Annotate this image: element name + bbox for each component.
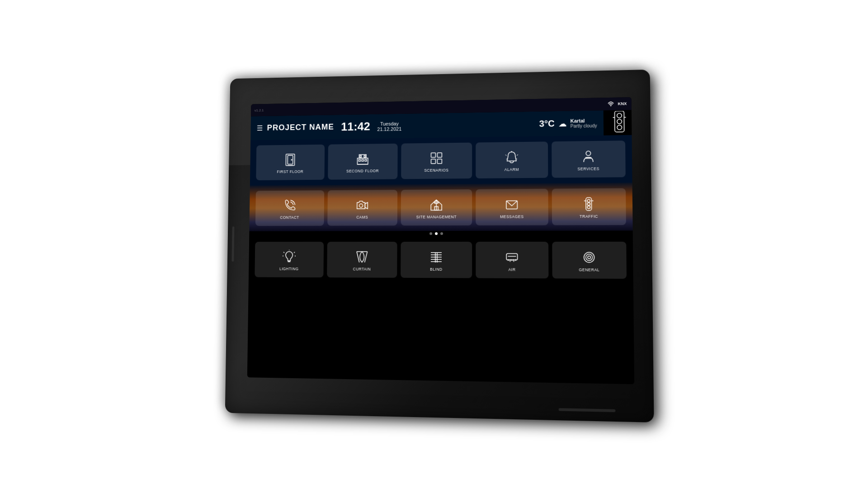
grid-row-3: LIGHTING CURTAIN (249, 236, 633, 285)
svg-point-39 (587, 206, 590, 209)
curtain-icon (355, 250, 369, 264)
tile-general[interactable]: GENERAL (552, 242, 627, 279)
cloud-icon: ☁ (558, 118, 567, 128)
tile-cams[interactable]: CAMS (327, 190, 397, 226)
city-name: Kartal (571, 118, 597, 124)
tile-second-floor[interactable]: SECOND FLOOR (328, 144, 397, 180)
version-label: v1.2.1 (255, 108, 264, 112)
second-floor-label: SECOND FLOOR (346, 169, 379, 173)
svg-line-25 (517, 155, 518, 155)
svg-line-45 (283, 252, 284, 253)
svg-point-28 (586, 151, 590, 155)
general-label: GENERAL (579, 267, 599, 272)
blind-label: BLIND (430, 267, 443, 272)
page-dot-3[interactable] (440, 232, 443, 235)
time-display: 11:42 (341, 120, 370, 134)
svg-rect-21 (431, 159, 435, 164)
bottom-ridge (559, 408, 616, 412)
weather-section: 3°C ☁ Kartal Partly cloudy (539, 118, 597, 129)
svg-point-38 (587, 202, 590, 205)
svg-point-30 (359, 204, 363, 207)
blind-icon (429, 250, 443, 264)
svg-point-67 (586, 254, 593, 260)
camera-icon (355, 198, 369, 212)
curtain-label: CURTAIN (353, 267, 371, 272)
svg-marker-31 (365, 202, 368, 209)
tile-traffic[interactable]: TRAFFIC (552, 188, 626, 225)
svg-point-3 (617, 119, 622, 124)
person-icon (581, 149, 596, 164)
bulb-icon (282, 250, 296, 264)
svg-point-4 (617, 125, 622, 130)
tile-lighting[interactable]: LIGHTING (255, 242, 324, 277)
lighting-label: LIGHTING (279, 267, 299, 271)
tile-scenarios[interactable]: SCENARIOS (401, 143, 472, 179)
knx-label: KNX (618, 101, 627, 106)
tile-blind[interactable]: BLIND (401, 242, 472, 278)
air-icon (505, 250, 519, 264)
left-ridge (231, 226, 234, 262)
svg-rect-16 (365, 160, 367, 161)
project-name: PROJECT NAME (267, 122, 334, 133)
tile-contact[interactable]: CONTACT (255, 190, 324, 226)
svg-point-0 (610, 106, 611, 107)
site-management-label: SITE MANAGEMENT (416, 215, 457, 219)
tile-site-management[interactable]: SITE MANAGEMENT (401, 189, 472, 225)
grid-row-1: FIRST FLOOR SECOND FLOOR (250, 135, 632, 186)
svg-rect-17 (360, 155, 361, 157)
tile-air[interactable]: AIR (476, 242, 548, 278)
svg-line-51 (364, 252, 367, 263)
tile-messages[interactable]: MESSAGES (476, 189, 548, 225)
svg-rect-1 (615, 111, 624, 132)
phone-icon (283, 198, 297, 212)
tile-alarm[interactable]: ALARM (476, 141, 548, 178)
date-section: Tuesday 21.12.2021 (377, 121, 401, 131)
services-label: SERVICES (577, 166, 599, 171)
tile-services[interactable]: SERVICES (552, 141, 626, 178)
contact-label: CONTACT (280, 215, 299, 220)
grid-row-2: CONTACT CAMS (249, 183, 632, 231)
svg-rect-7 (286, 154, 294, 165)
svg-point-37 (587, 199, 590, 202)
svg-point-10 (291, 159, 292, 160)
row2-container: CONTACT CAMS (249, 183, 632, 231)
envelope-icon (505, 197, 519, 211)
messages-label: MESSAGES (500, 214, 524, 219)
svg-line-46 (294, 252, 295, 253)
door-icon (283, 153, 297, 167)
svg-point-68 (588, 256, 590, 259)
smart-panel-device: v1.2.1 KNX ☰ PROJECT NAME (225, 70, 654, 422)
svg-rect-14 (359, 160, 360, 161)
svg-line-50 (357, 252, 359, 263)
tile-curtain[interactable]: CURTAIN (327, 242, 397, 278)
svg-rect-20 (437, 153, 442, 157)
traffic-light-widget (611, 111, 628, 135)
first-floor-label: FIRST FLOOR (277, 169, 303, 174)
day-name: Tuesday (380, 121, 399, 126)
wifi-icon (608, 101, 614, 107)
page-dot-1[interactable] (429, 232, 432, 235)
main-content: FIRST FLOOR SECOND FLOOR (247, 135, 634, 385)
svg-rect-19 (431, 153, 436, 157)
house-icon (429, 197, 443, 212)
svg-rect-18 (364, 155, 365, 157)
tile-first-floor[interactable]: FIRST FLOOR (256, 145, 325, 180)
svg-rect-59 (506, 253, 517, 260)
grid-icon (429, 151, 444, 165)
temperature: 3°C (539, 118, 555, 129)
air-label: AIR (508, 267, 515, 272)
scenarios-label: SCENARIOS (424, 168, 448, 173)
page-dot-2[interactable] (435, 232, 438, 235)
traffic-label: TRAFFIC (580, 214, 598, 219)
pagination (249, 230, 633, 236)
alarm-label: ALARM (505, 167, 519, 172)
svg-point-2 (617, 113, 622, 118)
svg-rect-15 (362, 160, 363, 161)
menu-icon[interactable]: ☰ (257, 124, 263, 132)
weather-info: Kartal Partly cloudy (571, 118, 597, 129)
cams-label: CAMS (356, 215, 368, 220)
bell-icon (505, 150, 519, 164)
traffic-icon (581, 197, 596, 211)
svg-line-24 (505, 155, 507, 155)
circle-target-icon (581, 250, 596, 265)
